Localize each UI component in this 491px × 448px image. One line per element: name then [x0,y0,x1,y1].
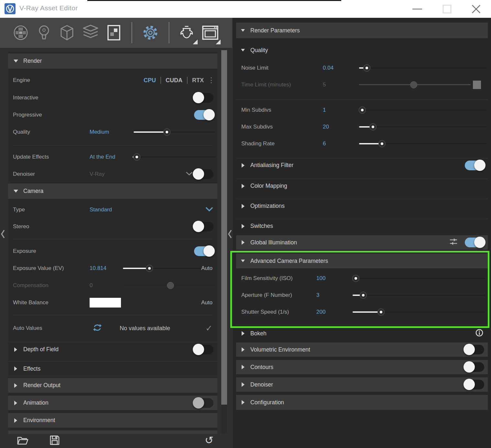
expand-triangle-icon [14,347,17,352]
denoiser-section-toggle[interactable] [465,380,484,389]
collapse-left-panel-icon[interactable] [0,229,5,240]
optimizations-row[interactable]: Optimizations [236,199,488,213]
aperture-row: Aperture (F Number) 3 [236,289,488,302]
lights-icon[interactable] [36,24,52,41]
chevron-down-icon[interactable] [185,171,193,177]
configuration-header[interactable]: Configuration [236,395,488,410]
divider [236,99,488,100]
camera-section-header[interactable]: Camera [8,184,217,199]
materials-icon[interactable] [12,24,29,41]
effects-row[interactable]: Effects [8,361,217,376]
info-icon[interactable] [475,329,483,338]
engine-rtx-button[interactable]: RTX [192,77,204,84]
chevron-down-icon[interactable] [205,207,213,213]
denoiser-value: V-Ray [90,171,104,177]
interactive-row: Interactive [8,91,217,104]
volumetric-environment-header[interactable]: Volumetric Environment [236,342,488,357]
render-parameters-header[interactable]: Render Parameters [236,23,488,38]
compensation-value: 0 [90,282,93,289]
exposure-auto-label[interactable]: Auto [201,265,213,272]
revert-icon[interactable]: ↺ [205,435,213,445]
layers-icon[interactable] [82,24,99,41]
global-illumination-label: Global Illumination [250,239,297,246]
shading-rate-slider[interactable] [359,140,487,147]
animation-toggle[interactable] [194,398,213,408]
min-subdivs-slider[interactable] [360,106,487,114]
film-sensitivity-slider[interactable] [353,275,485,282]
contours-header[interactable]: Contours [236,360,488,374]
antialiasing-filter-toggle[interactable] [465,161,484,170]
switches-row[interactable]: Switches [236,219,488,233]
shading-rate-label: Shading Rate [241,140,275,147]
color-mapping-row[interactable]: Color Mapping [236,179,488,193]
close-button[interactable] [466,0,486,18]
environment-header[interactable]: Environment [8,413,217,428]
minimize-button[interactable] [408,0,427,18]
exposure-value-slider[interactable] [123,265,201,272]
time-limit-checkbox[interactable] [473,81,481,89]
settings-gear-icon[interactable] [142,24,159,41]
exposure-toggle[interactable] [194,246,213,256]
white-balance-auto-label[interactable]: Auto [201,299,213,306]
noise-limit-slider[interactable] [359,64,487,72]
dropdown-corner-icon [193,39,198,44]
engine-cpu-button[interactable]: CPU [144,77,156,84]
stereo-row: Stereo [8,220,217,233]
engine-cuda-button[interactable]: CUDA [166,77,182,84]
maximize-button[interactable] [437,0,457,18]
quality-section-header[interactable]: Quality [236,43,488,58]
render-output-header[interactable]: Render Output [8,378,217,393]
denoiser-section-label: Denoiser [250,381,273,388]
window-title: V-Ray Asset Editor [19,4,78,12]
quality-slider[interactable] [134,129,215,136]
interactive-toggle[interactable] [194,93,213,103]
vray-logo-icon [5,3,16,14]
expand-triangle-icon [14,401,17,405]
textures-icon[interactable] [105,24,122,41]
max-subdivs-value: 20 [323,124,329,130]
denoiser-header[interactable]: Denoiser [236,377,488,392]
exposure-value: 10.814 [90,265,106,272]
shutter-speed-slider[interactable] [353,308,485,316]
shading-rate-value: 6 [323,140,326,147]
refresh-icon[interactable] [93,323,102,333]
frame-buffer-icon[interactable] [202,24,219,41]
render-settings-panel: Render Engine CPU CUDA RTX ⋮ Interactive… [8,52,217,434]
white-balance-swatch[interactable] [90,298,121,308]
contours-toggle[interactable] [465,362,484,372]
max-subdivs-slider[interactable] [359,123,487,130]
global-illumination-toggle[interactable] [465,238,484,247]
depth-of-field-row[interactable]: Depth of Field [8,342,217,357]
engine-menu-dots-icon[interactable]: ⋮ [208,77,215,84]
bokeh-row[interactable]: Bokeh [236,327,488,340]
exposure-row: Exposure [8,245,217,258]
collapse-right-panel-icon[interactable] [227,229,232,240]
open-folder-icon[interactable] [17,436,28,447]
global-illumination-header[interactable]: Global Illumination [236,235,488,250]
render-teapot-icon[interactable] [178,24,195,41]
type-value: Standard [90,207,112,213]
geometries-icon[interactable] [59,24,75,41]
advanced-camera-parameters-header[interactable]: Advanced Camera Parameters [236,253,488,268]
volumetric-environment-toggle[interactable] [465,345,484,354]
sliders-settings-icon[interactable] [449,238,458,247]
progressive-toggle[interactable] [194,110,213,120]
environment-label: Environment [23,417,55,424]
check-icon[interactable]: ✓ [205,324,213,332]
min-subdivs-row: Min Subdivs 1 [236,104,488,117]
divider [13,145,213,146]
render-section-header[interactable]: Render [8,53,217,69]
stereo-toggle[interactable] [194,222,213,231]
animation-header[interactable]: Animation [8,396,217,410]
update-effects-slider[interactable] [133,153,216,161]
scrollbar-thumb[interactable] [221,50,227,405]
save-icon[interactable] [49,435,60,447]
quality-value: Medium [90,129,109,135]
expand-triangle-icon [242,163,245,168]
denoiser-toggle[interactable] [194,169,213,179]
aperture-slider[interactable] [353,292,485,299]
depth-of-field-toggle[interactable] [194,345,213,354]
left-panel-scrollbar[interactable] [221,50,227,434]
time-limit-slider [359,81,471,88]
antialiasing-filter-row[interactable]: Antialiasing Filter [236,158,488,172]
